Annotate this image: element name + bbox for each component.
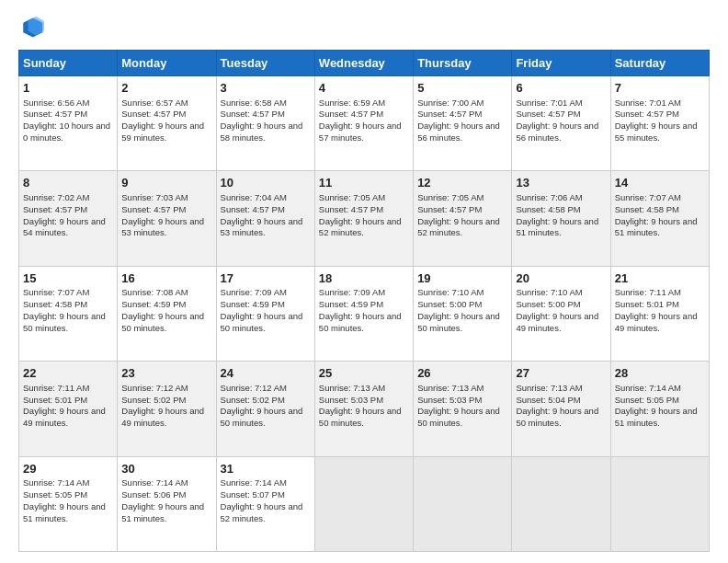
table-row: 3Sunrise: 6:58 AMSunset: 4:57 PMDaylight… — [216, 76, 314, 171]
sunrise-text: Sunrise: 6:56 AM — [23, 98, 89, 108]
table-row: 25Sunrise: 7:13 AMSunset: 5:03 PMDayligh… — [314, 362, 413, 456]
daylight-text: Daylight: 9 hours and 50 minutes. — [221, 406, 303, 428]
sunrise-text: Sunrise: 7:12 AM — [221, 383, 287, 393]
table-row: 16Sunrise: 7:08 AMSunset: 4:59 PMDayligh… — [118, 266, 216, 361]
sunset-text: Sunset: 5:02 PM — [221, 395, 285, 405]
sunrise-text: Sunrise: 7:02 AM — [23, 192, 89, 202]
table-row: 8Sunrise: 7:02 AMSunset: 4:57 PMDaylight… — [19, 171, 118, 266]
table-row: 2Sunrise: 6:57 AMSunset: 4:57 PMDaylight… — [118, 76, 216, 171]
daylight-text: Daylight: 9 hours and 51 minutes. — [615, 216, 698, 238]
sunset-text: Sunset: 4:57 PM — [417, 204, 482, 214]
table-row: 20Sunrise: 7:10 AMSunset: 5:00 PMDayligh… — [512, 266, 610, 361]
sunset-text: Sunset: 4:57 PM — [221, 204, 285, 214]
sunset-text: Sunset: 5:07 PM — [221, 489, 285, 500]
calendar-week-row: 1Sunrise: 6:56 AMSunset: 4:57 PMDaylight… — [19, 76, 710, 171]
day-number: 5 — [417, 80, 507, 97]
day-number: 8 — [23, 175, 113, 191]
sunrise-text: Sunrise: 7:00 AM — [417, 98, 483, 108]
logo — [18, 15, 48, 40]
table-row: 9Sunrise: 7:03 AMSunset: 4:57 PMDaylight… — [118, 171, 216, 266]
table-row: 14Sunrise: 7:07 AMSunset: 4:58 PMDayligh… — [610, 171, 709, 266]
header — [18, 15, 710, 40]
sunrise-text: Sunrise: 7:13 AM — [319, 383, 385, 393]
sunrise-text: Sunrise: 6:57 AM — [121, 98, 188, 108]
table-row: 23Sunrise: 7:12 AMSunset: 5:02 PMDayligh… — [118, 362, 216, 456]
sunrise-text: Sunrise: 7:01 AM — [516, 98, 582, 108]
sunrise-text: Sunrise: 7:13 AM — [417, 383, 483, 393]
daylight-text: Daylight: 9 hours and 58 minutes. — [221, 121, 303, 143]
sunrise-text: Sunrise: 7:04 AM — [221, 192, 287, 202]
sunrise-text: Sunrise: 7:09 AM — [221, 287, 287, 297]
daylight-text: Daylight: 9 hours and 54 minutes. — [23, 216, 106, 238]
table-row: 12Sunrise: 7:05 AMSunset: 4:57 PMDayligh… — [414, 171, 512, 266]
day-number: 7 — [615, 80, 705, 97]
day-number: 27 — [516, 365, 606, 382]
sunrise-text: Sunrise: 7:14 AM — [23, 477, 89, 488]
sunrise-text: Sunrise: 7:10 AM — [516, 287, 582, 297]
day-number: 26 — [417, 365, 507, 382]
daylight-text: Daylight: 9 hours and 52 minutes. — [417, 216, 500, 238]
day-number: 23 — [121, 365, 211, 382]
day-number: 10 — [221, 175, 311, 191]
sunrise-text: Sunrise: 7:09 AM — [319, 287, 385, 297]
sunrise-text: Sunrise: 7:05 AM — [319, 192, 385, 202]
table-row: 18Sunrise: 7:09 AMSunset: 4:59 PMDayligh… — [314, 266, 413, 361]
table-row: 10Sunrise: 7:04 AMSunset: 4:57 PMDayligh… — [216, 171, 314, 266]
table-row: 17Sunrise: 7:09 AMSunset: 4:59 PMDayligh… — [216, 266, 314, 361]
sunrise-text: Sunrise: 7:12 AM — [121, 383, 188, 393]
calendar-week-row: 8Sunrise: 7:02 AMSunset: 4:57 PMDaylight… — [19, 171, 710, 266]
table-row: 4Sunrise: 6:59 AMSunset: 4:57 PMDaylight… — [314, 76, 413, 171]
col-monday: Monday — [118, 51, 216, 76]
day-number: 19 — [417, 270, 507, 287]
sunset-text: Sunset: 4:58 PM — [516, 204, 580, 214]
day-number: 15 — [23, 270, 113, 287]
sunrise-text: Sunrise: 7:13 AM — [516, 383, 582, 393]
daylight-text: Daylight: 9 hours and 52 minutes. — [221, 501, 303, 523]
col-sunday: Sunday — [19, 51, 118, 76]
sunset-text: Sunset: 5:03 PM — [319, 395, 383, 405]
daylight-text: Daylight: 9 hours and 51 minutes. — [23, 501, 106, 523]
sunset-text: Sunset: 5:05 PM — [615, 395, 679, 405]
day-number: 3 — [221, 80, 311, 97]
table-row: 29Sunrise: 7:14 AMSunset: 5:05 PMDayligh… — [19, 456, 118, 551]
col-friday: Friday — [512, 51, 610, 76]
sunset-text: Sunset: 5:02 PM — [121, 395, 186, 405]
daylight-text: Daylight: 9 hours and 56 minutes. — [516, 121, 598, 143]
sunrise-text: Sunrise: 7:14 AM — [615, 383, 681, 393]
day-number: 29 — [23, 461, 113, 477]
day-number: 6 — [516, 80, 606, 97]
table-row — [314, 456, 413, 551]
daylight-text: Daylight: 9 hours and 49 minutes. — [23, 406, 106, 428]
day-number: 31 — [221, 461, 311, 477]
day-number: 25 — [319, 365, 409, 382]
sunset-text: Sunset: 4:57 PM — [23, 109, 87, 119]
sunset-text: Sunset: 4:59 PM — [121, 299, 186, 309]
table-row: 5Sunrise: 7:00 AMSunset: 4:57 PMDaylight… — [414, 76, 512, 171]
day-number: 28 — [615, 365, 705, 382]
day-number: 4 — [319, 80, 409, 97]
table-row: 27Sunrise: 7:13 AMSunset: 5:04 PMDayligh… — [512, 362, 610, 456]
daylight-text: Daylight: 9 hours and 51 minutes. — [121, 501, 204, 523]
daylight-text: Daylight: 9 hours and 50 minutes. — [417, 311, 500, 333]
daylight-text: Daylight: 9 hours and 51 minutes. — [615, 406, 698, 428]
col-tuesday: Tuesday — [216, 51, 314, 76]
daylight-text: Daylight: 9 hours and 50 minutes. — [23, 311, 106, 333]
day-number: 30 — [121, 461, 211, 477]
sunset-text: Sunset: 4:59 PM — [221, 299, 285, 309]
sunset-text: Sunset: 4:57 PM — [615, 109, 679, 119]
sunset-text: Sunset: 4:57 PM — [221, 109, 285, 119]
sunrise-text: Sunrise: 7:07 AM — [23, 287, 89, 297]
sunrise-text: Sunrise: 7:14 AM — [221, 477, 287, 488]
sunset-text: Sunset: 5:03 PM — [417, 395, 482, 405]
daylight-text: Daylight: 9 hours and 53 minutes. — [221, 216, 303, 238]
daylight-text: Daylight: 9 hours and 52 minutes. — [319, 216, 402, 238]
table-row: 15Sunrise: 7:07 AMSunset: 4:58 PMDayligh… — [19, 266, 118, 361]
table-row: 13Sunrise: 7:06 AMSunset: 4:58 PMDayligh… — [512, 171, 610, 266]
day-number: 18 — [319, 270, 409, 287]
table-row: 21Sunrise: 7:11 AMSunset: 5:01 PMDayligh… — [610, 266, 709, 361]
sunset-text: Sunset: 5:00 PM — [516, 299, 580, 309]
daylight-text: Daylight: 10 hours and 0 minutes. — [23, 121, 110, 143]
daylight-text: Daylight: 9 hours and 50 minutes. — [516, 406, 598, 428]
page: Sunday Monday Tuesday Wednesday Thursday… — [0, 0, 728, 563]
table-row — [414, 456, 512, 551]
